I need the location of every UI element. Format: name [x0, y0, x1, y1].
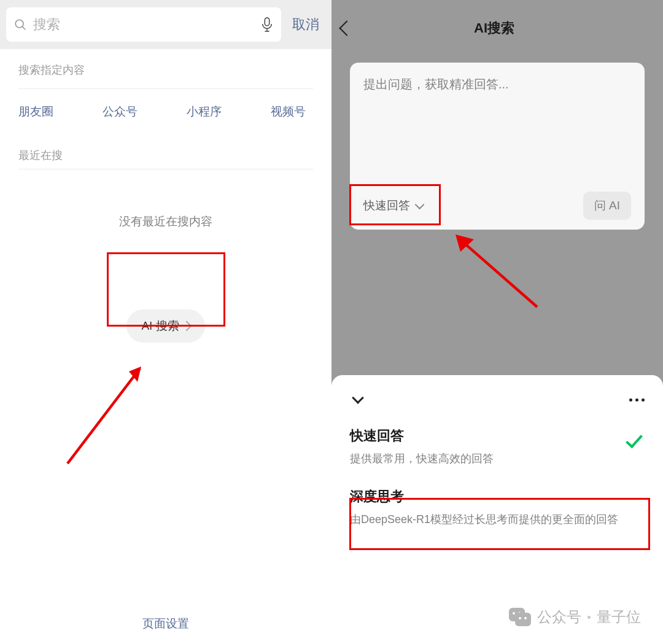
mic-icon[interactable] [260, 17, 274, 33]
svg-point-0 [15, 20, 23, 28]
ask-ai-button[interactable]: 问 AI [583, 192, 631, 220]
option-desc: 提供最常用，快速高效的回答 [350, 451, 645, 467]
annotation-arrow-icon [448, 221, 546, 319]
no-recent-text: 没有最近在搜内容 [18, 214, 313, 230]
prompt-placeholder[interactable]: 提出问题，获取精准回答... [363, 76, 631, 192]
left-screenshot: 取消 搜索指定内容 朋友圈 公众号 小程序 视频号 最近在搜 没有最近在搜内容 … [0, 0, 332, 644]
search-box[interactable] [6, 7, 281, 42]
watermark-label: 公众号 [537, 607, 581, 627]
category-links-row: 朋友圈 公众号 小程序 视频号 [18, 89, 313, 142]
search-input[interactable] [33, 17, 260, 33]
link-mini-programs[interactable]: 小程序 [187, 104, 222, 120]
option-title: 快速回答 [350, 427, 645, 445]
annotation-highlight-box [107, 252, 225, 327]
mode-bottom-sheet: 快速回答 提供最常用，快速高效的回答 深度思考 由DeepSeek-R1模型经过… [332, 375, 663, 644]
page-settings-link[interactable]: 页面设置 [0, 616, 332, 632]
annotation-highlight-box [349, 184, 441, 225]
search-bar-row: 取消 [0, 0, 332, 49]
right-screenshot: AI搜索 提出问题，获取精准回答... 快速回答 问 AI 快速回答 提供最常用… [332, 0, 663, 644]
option-quick-answer[interactable]: 快速回答 提供最常用，快速高效的回答 [350, 411, 645, 478]
watermark: 公众号 量子位 [509, 607, 641, 627]
page-title: AI搜索 [352, 19, 653, 37]
link-channels[interactable]: 视频号 [271, 104, 306, 120]
annotation-arrow-icon [61, 319, 172, 473]
link-moments[interactable]: 朋友圈 [18, 104, 53, 120]
cancel-button[interactable]: 取消 [290, 15, 324, 34]
recent-section-title: 最近在搜 [18, 142, 313, 169]
wechat-icon [509, 608, 531, 626]
dot-separator-icon [587, 616, 591, 619]
specified-section-title: 搜索指定内容 [18, 63, 313, 89]
right-header: AI搜索 [332, 0, 663, 44]
watermark-source: 量子位 [597, 607, 641, 627]
more-icon[interactable] [629, 398, 645, 402]
svg-line-5 [68, 368, 140, 464]
annotation-highlight-box [349, 498, 650, 550]
svg-line-7 [463, 242, 537, 307]
svg-line-1 [22, 26, 25, 29]
sheet-header [350, 389, 645, 411]
svg-rect-2 [265, 18, 269, 26]
link-official-accounts[interactable]: 公众号 [103, 104, 138, 120]
search-icon [14, 18, 27, 31]
collapse-chevron-icon[interactable] [352, 392, 364, 404]
